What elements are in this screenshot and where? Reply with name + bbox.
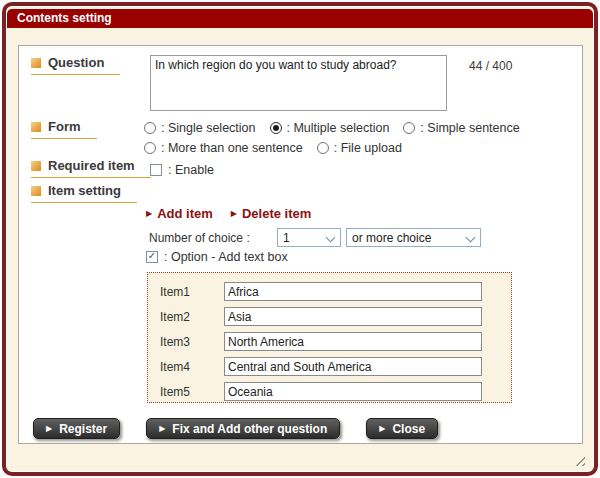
option-textbox-label: : Option - Add text box	[164, 250, 288, 264]
radio-icon[interactable]	[317, 142, 329, 154]
triangle-right-icon: ▶	[231, 210, 237, 218]
bullet-icon	[31, 161, 41, 171]
radio-multiple-selection[interactable]: : Multiple selection	[270, 121, 390, 135]
check-icon: ✓	[148, 251, 156, 261]
radio-label: : More than one sentence	[161, 141, 303, 155]
close-button[interactable]: ▶ Close	[366, 418, 438, 439]
enable-row: : Enable	[150, 163, 214, 177]
item-row: Item5	[148, 379, 511, 404]
item3-label: Item3	[160, 335, 224, 349]
item5-input[interactable]	[224, 382, 482, 401]
option-textbox-checkbox[interactable]: ✓	[146, 251, 158, 263]
radio-single-selection[interactable]: : Single selection	[144, 121, 256, 135]
form-options-row-1: : Single selection : Multiple selection …	[144, 120, 520, 136]
triangle-right-icon: ▶	[159, 425, 165, 433]
form-options-row-2: : More than one sentence : File upload	[144, 140, 402, 156]
enable-label: : Enable	[168, 163, 214, 177]
enable-checkbox[interactable]	[150, 164, 162, 176]
radio-more-than-one-sentence[interactable]: : More than one sentence	[144, 141, 303, 155]
chevron-down-icon	[326, 233, 336, 243]
form-label: Form	[48, 119, 81, 134]
bullet-icon	[31, 58, 41, 68]
fix-and-add-other-question-button[interactable]: ▶ Fix and Add other question	[146, 418, 340, 439]
radio-icon[interactable]	[144, 142, 156, 154]
choice-suffix-select[interactable]: or more choice	[346, 228, 481, 247]
form-label-group: Form	[31, 119, 97, 139]
item3-input[interactable]	[224, 332, 482, 351]
item-row: Item1	[148, 279, 511, 304]
item-row: Item3	[148, 329, 511, 354]
choice-suffix-value: or more choice	[352, 231, 431, 245]
item-actions-row: ▶ Add item ▶ Delete item	[146, 206, 311, 221]
char-counter: 44 / 400	[469, 59, 512, 73]
radio-icon[interactable]	[144, 122, 156, 134]
item5-label: Item5	[160, 385, 224, 399]
required-item-label-group: Required item	[31, 158, 151, 178]
radio-label: : File upload	[334, 141, 402, 155]
screen: Contents setting Question In which regio…	[0, 0, 600, 478]
item4-input[interactable]	[224, 357, 482, 376]
resize-handle-icon[interactable]	[572, 453, 585, 466]
chevron-down-icon	[466, 233, 476, 243]
triangle-right-icon: ▶	[379, 425, 385, 433]
item-setting-label-group: Item setting	[31, 183, 137, 203]
item-row: Item2	[148, 304, 511, 329]
delete-item-label: Delete item	[242, 206, 311, 221]
item2-input[interactable]	[224, 307, 482, 326]
radio-icon[interactable]	[403, 122, 415, 134]
window-titlebar: Contents setting	[7, 9, 593, 28]
contents-setting-window: Contents setting Question In which regio…	[2, 2, 598, 476]
item2-label: Item2	[160, 310, 224, 324]
form-panel: Question In which region do you want to …	[18, 45, 583, 444]
delete-item-link[interactable]: ▶ Delete item	[231, 206, 312, 221]
close-button-label: Close	[392, 422, 425, 436]
question-label-group: Question	[31, 55, 120, 75]
item1-label: Item1	[160, 285, 224, 299]
choice-count-value: 1	[283, 231, 290, 245]
action-buttons-row: ▶ Register ▶ Fix and Add other question …	[33, 418, 438, 439]
bullet-icon	[31, 186, 41, 196]
number-of-choice-label: Number of choice :	[149, 231, 250, 245]
triangle-right-icon: ▶	[146, 210, 152, 218]
question-textarea[interactable]: In which region do you want to study abr…	[150, 55, 447, 111]
item4-label: Item4	[160, 360, 224, 374]
items-box: Item1 Item2 Item3 Item4 Item5	[147, 272, 512, 403]
add-item-label: Add item	[157, 206, 213, 221]
radio-label: : Multiple selection	[287, 121, 390, 135]
question-label: Question	[48, 55, 104, 70]
register-button-label: Register	[59, 422, 107, 436]
radio-simple-sentence[interactable]: : Simple sentence	[403, 121, 519, 135]
item-row: Item4	[148, 354, 511, 379]
fix-button-label: Fix and Add other question	[172, 422, 327, 436]
radio-checked-icon[interactable]	[270, 122, 282, 134]
item-setting-label: Item setting	[48, 183, 121, 198]
register-button[interactable]: ▶ Register	[33, 418, 120, 439]
bullet-icon	[31, 122, 41, 132]
item1-input[interactable]	[224, 282, 482, 301]
choice-count-select[interactable]: 1	[277, 228, 341, 247]
required-item-label: Required item	[48, 158, 135, 173]
triangle-right-icon: ▶	[46, 425, 52, 433]
radio-label: : Simple sentence	[420, 121, 519, 135]
window-title: Contents setting	[17, 11, 112, 25]
radio-file-upload[interactable]: : File upload	[317, 141, 402, 155]
option-textbox-row: ✓ : Option - Add text box	[146, 250, 288, 264]
number-of-choice-row: Number of choice : 1 or more choice	[149, 228, 499, 248]
add-item-link[interactable]: ▶ Add item	[146, 206, 213, 221]
radio-label: : Single selection	[161, 121, 256, 135]
